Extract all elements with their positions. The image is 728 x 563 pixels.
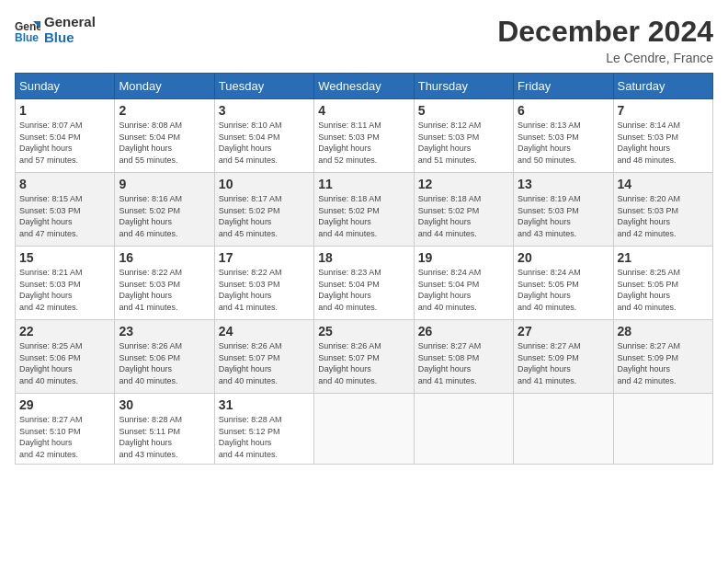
- calendar-cell: 10 Sunrise: 8:17 AMSunset: 5:02 PMDaylig…: [214, 173, 313, 247]
- header-day-tuesday: Tuesday: [214, 74, 313, 99]
- day-info: Sunrise: 8:14 AMSunset: 5:03 PMDaylight …: [618, 121, 681, 165]
- day-number: 10: [219, 177, 310, 191]
- day-info: Sunrise: 8:13 AMSunset: 5:03 PMDaylight …: [518, 121, 581, 165]
- day-info: Sunrise: 8:15 AMSunset: 5:03 PMDaylight …: [19, 194, 83, 238]
- calendar-cell: 29 Sunrise: 8:27 AMSunset: 5:10 PMDaylig…: [16, 394, 115, 465]
- day-number: 23: [119, 324, 210, 339]
- month-title: December 2024: [497, 15, 713, 49]
- day-info: Sunrise: 8:07 AMSunset: 5:04 PMDaylight …: [19, 121, 83, 165]
- day-info: Sunrise: 8:28 AMSunset: 5:11 PMDaylight …: [119, 415, 182, 459]
- calendar-cell: 20 Sunrise: 8:24 AMSunset: 5:05 PMDaylig…: [514, 247, 613, 320]
- calendar-cell: 23 Sunrise: 8:26 AMSunset: 5:06 PMDaylig…: [115, 320, 214, 394]
- day-info: Sunrise: 8:21 AMSunset: 5:03 PMDaylight …: [19, 268, 83, 312]
- day-number: 14: [618, 177, 709, 191]
- day-number: 24: [219, 324, 310, 339]
- day-number: 11: [318, 177, 409, 191]
- day-info: Sunrise: 8:23 AMSunset: 5:04 PMDaylight …: [318, 268, 381, 312]
- day-number: 31: [219, 397, 310, 412]
- calendar-cell: 9 Sunrise: 8:16 AMSunset: 5:02 PMDayligh…: [115, 173, 214, 247]
- day-number: 28: [618, 324, 709, 339]
- day-info: Sunrise: 8:27 AMSunset: 5:08 PMDaylight …: [418, 341, 482, 385]
- header-day-wednesday: Wednesday: [314, 74, 414, 99]
- calendar-cell: 24 Sunrise: 8:26 AMSunset: 5:07 PMDaylig…: [214, 320, 313, 394]
- logo: General Blue General Blue: [15, 15, 96, 45]
- day-info: Sunrise: 8:19 AMSunset: 5:03 PMDaylight …: [518, 194, 581, 238]
- calendar-cell: 31 Sunrise: 8:28 AMSunset: 5:12 PMDaylig…: [214, 394, 313, 465]
- day-info: Sunrise: 8:08 AMSunset: 5:04 PMDaylight …: [119, 121, 182, 165]
- header-row: SundayMondayTuesdayWednesdayThursdayFrid…: [16, 74, 713, 99]
- day-number: 5: [418, 103, 509, 118]
- logo-blue: Blue: [44, 30, 96, 46]
- day-info: Sunrise: 8:26 AMSunset: 5:07 PMDaylight …: [318, 341, 381, 385]
- day-number: 19: [418, 250, 509, 265]
- calendar-cell: [613, 394, 712, 465]
- calendar-week-2: 8 Sunrise: 8:15 AMSunset: 5:03 PMDayligh…: [16, 173, 713, 247]
- calendar-cell: 18 Sunrise: 8:23 AMSunset: 5:04 PMDaylig…: [314, 247, 414, 320]
- location-title: Le Cendre, France: [497, 51, 713, 65]
- day-number: 2: [119, 103, 210, 118]
- calendar-cell: 6 Sunrise: 8:13 AMSunset: 5:03 PMDayligh…: [514, 99, 613, 173]
- day-info: Sunrise: 8:26 AMSunset: 5:07 PMDaylight …: [219, 341, 282, 385]
- header: General Blue General Blue December 2024 …: [15, 15, 713, 65]
- day-number: 1: [19, 103, 110, 118]
- day-info: Sunrise: 8:17 AMSunset: 5:02 PMDaylight …: [219, 194, 282, 238]
- calendar-cell: 15 Sunrise: 8:21 AMSunset: 5:03 PMDaylig…: [16, 247, 115, 320]
- calendar-cell: 1 Sunrise: 8:07 AMSunset: 5:04 PMDayligh…: [16, 99, 115, 173]
- calendar-cell: 11 Sunrise: 8:18 AMSunset: 5:02 PMDaylig…: [314, 173, 414, 247]
- calendar-cell: 14 Sunrise: 8:20 AMSunset: 5:03 PMDaylig…: [613, 173, 712, 247]
- calendar-cell: 17 Sunrise: 8:22 AMSunset: 5:03 PMDaylig…: [214, 247, 313, 320]
- day-info: Sunrise: 8:12 AMSunset: 5:03 PMDaylight …: [418, 121, 482, 165]
- day-number: 27: [518, 324, 609, 339]
- day-info: Sunrise: 8:26 AMSunset: 5:06 PMDaylight …: [119, 341, 182, 385]
- calendar-week-3: 15 Sunrise: 8:21 AMSunset: 5:03 PMDaylig…: [16, 247, 713, 320]
- calendar-cell: 27 Sunrise: 8:27 AMSunset: 5:09 PMDaylig…: [514, 320, 613, 394]
- calendar-cell: 12 Sunrise: 8:18 AMSunset: 5:02 PMDaylig…: [414, 173, 513, 247]
- day-number: 13: [518, 177, 609, 191]
- calendar-cell: 13 Sunrise: 8:19 AMSunset: 5:03 PMDaylig…: [514, 173, 613, 247]
- logo-general: General: [44, 15, 96, 30]
- day-info: Sunrise: 8:18 AMSunset: 5:02 PMDaylight …: [418, 194, 482, 238]
- calendar-cell: 2 Sunrise: 8:08 AMSunset: 5:04 PMDayligh…: [115, 99, 214, 173]
- calendar-cell: 5 Sunrise: 8:12 AMSunset: 5:03 PMDayligh…: [414, 99, 513, 173]
- day-number: 3: [219, 103, 310, 118]
- day-number: 18: [318, 250, 409, 265]
- day-number: 7: [618, 103, 709, 118]
- calendar-cell: 4 Sunrise: 8:11 AMSunset: 5:03 PMDayligh…: [314, 99, 414, 173]
- day-number: 26: [418, 324, 509, 339]
- day-number: 9: [119, 177, 210, 191]
- calendar-cell: 28 Sunrise: 8:27 AMSunset: 5:09 PMDaylig…: [613, 320, 712, 394]
- day-number: 30: [119, 397, 210, 412]
- header-day-sunday: Sunday: [16, 74, 115, 99]
- calendar-cell: 26 Sunrise: 8:27 AMSunset: 5:08 PMDaylig…: [414, 320, 513, 394]
- calendar-cell: 3 Sunrise: 8:10 AMSunset: 5:04 PMDayligh…: [214, 99, 313, 173]
- calendar-cell: 22 Sunrise: 8:25 AMSunset: 5:06 PMDaylig…: [16, 320, 115, 394]
- calendar-cell: [514, 394, 613, 465]
- calendar-cell: [414, 394, 513, 465]
- calendar-cell: 16 Sunrise: 8:22 AMSunset: 5:03 PMDaylig…: [115, 247, 214, 320]
- day-number: 16: [119, 250, 210, 265]
- day-info: Sunrise: 8:24 AMSunset: 5:04 PMDaylight …: [418, 268, 482, 312]
- day-info: Sunrise: 8:27 AMSunset: 5:10 PMDaylight …: [19, 415, 83, 459]
- calendar-cell: 25 Sunrise: 8:26 AMSunset: 5:07 PMDaylig…: [314, 320, 414, 394]
- calendar-cell: 8 Sunrise: 8:15 AMSunset: 5:03 PMDayligh…: [16, 173, 115, 247]
- day-number: 25: [318, 324, 409, 339]
- day-info: Sunrise: 8:16 AMSunset: 5:02 PMDaylight …: [119, 194, 182, 238]
- calendar-cell: 21 Sunrise: 8:25 AMSunset: 5:05 PMDaylig…: [613, 247, 712, 320]
- day-info: Sunrise: 8:27 AMSunset: 5:09 PMDaylight …: [618, 341, 681, 385]
- day-number: 22: [19, 324, 110, 339]
- logo-icon: General Blue: [15, 17, 40, 43]
- header-day-saturday: Saturday: [613, 74, 712, 99]
- calendar-week-5: 29 Sunrise: 8:27 AMSunset: 5:10 PMDaylig…: [16, 394, 713, 465]
- calendar-week-4: 22 Sunrise: 8:25 AMSunset: 5:06 PMDaylig…: [16, 320, 713, 394]
- calendar-cell: 7 Sunrise: 8:14 AMSunset: 5:03 PMDayligh…: [613, 99, 712, 173]
- day-info: Sunrise: 8:27 AMSunset: 5:09 PMDaylight …: [518, 341, 581, 385]
- calendar-cell: 30 Sunrise: 8:28 AMSunset: 5:11 PMDaylig…: [115, 394, 214, 465]
- day-info: Sunrise: 8:22 AMSunset: 5:03 PMDaylight …: [219, 268, 282, 312]
- day-info: Sunrise: 8:18 AMSunset: 5:02 PMDaylight …: [318, 194, 381, 238]
- calendar-cell: [314, 394, 414, 465]
- calendar-cell: 19 Sunrise: 8:24 AMSunset: 5:04 PMDaylig…: [414, 247, 513, 320]
- header-day-thursday: Thursday: [414, 74, 513, 99]
- day-info: Sunrise: 8:25 AMSunset: 5:05 PMDaylight …: [618, 268, 681, 312]
- day-number: 12: [418, 177, 509, 191]
- day-number: 15: [19, 250, 110, 265]
